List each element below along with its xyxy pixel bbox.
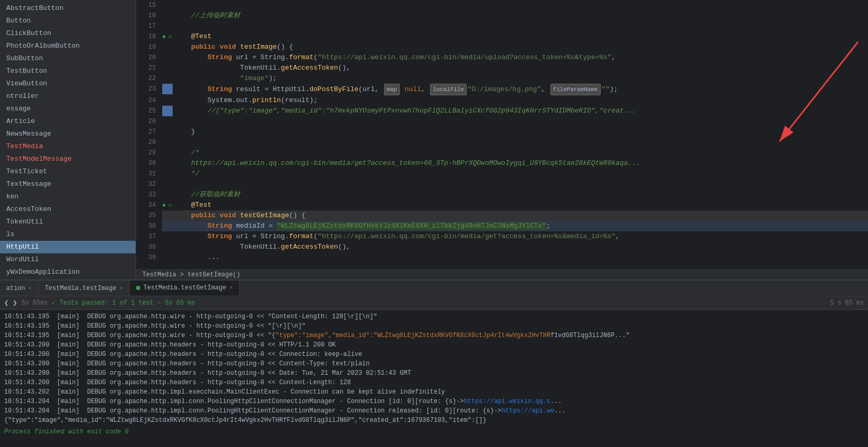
line-num-33: 33 bbox=[136, 189, 162, 200]
line-num-23: 23 bbox=[136, 84, 162, 95]
line-num-29: 29 bbox=[136, 148, 162, 158]
line-num-36: 36 bbox=[136, 221, 162, 231]
sidebar-item-ywxdemoapplication[interactable]: yWxDemoApplication bbox=[0, 266, 136, 278]
line-num-21: 21 bbox=[136, 63, 162, 73]
gutter-18: ◆ ▷ bbox=[162, 31, 173, 42]
gutter-38 bbox=[162, 242, 173, 252]
bottom-panel: ation × TestMedia.testImage × TestMedia.… bbox=[0, 280, 868, 447]
line-content-22: "image"); bbox=[173, 73, 868, 84]
code-line-26: 26 bbox=[136, 116, 868, 127]
line-num-15: 15 bbox=[136, 0, 162, 10]
bottom-tab-ation[interactable]: ation × bbox=[0, 281, 39, 296]
sidebar-item-testmedia[interactable]: TestMedia bbox=[0, 140, 136, 153]
code-line-20: 20 String url = String.format("https://a… bbox=[136, 52, 868, 63]
console-line-12: {"type":"image","media_id":"WLZtwg8LEjKZ… bbox=[4, 416, 864, 425]
line-num-19: 19 bbox=[136, 42, 162, 52]
sidebar-item-viewbutton[interactable]: ViewButton bbox=[0, 77, 136, 90]
code-area: 15 16 //上传临时素材 17 bbox=[136, 0, 868, 280]
line-content-33: //获取临时素材 bbox=[173, 189, 868, 200]
sidebar-item-ken[interactable]: ken bbox=[0, 191, 136, 203]
bottom-tab-testimage-close[interactable]: × bbox=[119, 285, 123, 292]
prev-arrow-btn[interactable]: ❮ bbox=[4, 298, 8, 307]
line-num-25: 25 bbox=[136, 106, 162, 116]
line-content-16: //上传临时素材 bbox=[173, 10, 868, 21]
sidebar-item-testticket[interactable]: TestTicket bbox=[0, 165, 136, 178]
gutter-21 bbox=[162, 63, 173, 73]
sidebar: AbstractButton Button ClickButton PhotoO… bbox=[0, 0, 136, 280]
sidebar-item-ntroller[interactable]: ntroller bbox=[0, 90, 136, 103]
gutter-26 bbox=[162, 116, 173, 127]
line-content-34: @Test bbox=[173, 200, 868, 210]
sidebar-item-essage[interactable]: essage bbox=[0, 103, 136, 115]
line-content-29: /* bbox=[173, 148, 868, 158]
green-dot-icon bbox=[136, 286, 140, 290]
console-line-1: 10:51:43.195 [main] DEBUG org.apache.htt… bbox=[4, 312, 864, 321]
console-line-9: 10:51:43.202 [main] DEBUG org.apache.htt… bbox=[4, 387, 864, 397]
sidebar-item-httputil[interactable]: HttpUtil bbox=[0, 241, 136, 253]
line-num-34: 34 bbox=[136, 200, 162, 210]
line-content-35: public void testGetImage() { bbox=[173, 210, 868, 221]
code-line-39: 39 ... bbox=[136, 252, 868, 263]
console-line-8: 10:51:43.200 [main] DEBUG org.apache.htt… bbox=[4, 378, 864, 387]
console-line-4: 10:51:43.200 [main] DEBUG org.apache.htt… bbox=[4, 340, 864, 350]
line-num-18: 18 bbox=[136, 31, 162, 42]
bottom-tab-testimage[interactable]: TestMedia.testImage × bbox=[39, 281, 130, 296]
gutter-28 bbox=[162, 137, 173, 148]
code-line-36: 36 String mediaId = "WLZtwg8LEjKZstdxRKV… bbox=[136, 221, 868, 231]
code-line-29: 29 /* bbox=[136, 148, 868, 158]
sidebar-item-clickbutton[interactable]: ClickButton bbox=[0, 27, 136, 40]
gutter-22 bbox=[162, 73, 173, 84]
sidebar-item-tokenutil[interactable]: TokenUtil bbox=[0, 216, 136, 228]
line-num-32: 32 bbox=[136, 179, 162, 189]
console-line-10: 10:51:43.204 [main] DEBUG org.apache.htt… bbox=[4, 397, 864, 406]
bottom-toolbar: ❮ ❯ 5s 65ms ✓ Tests passed: 1 of 1 test … bbox=[0, 296, 868, 310]
code-line-33: 33 //获取临时素材 bbox=[136, 189, 868, 200]
sidebar-item-abstractbutton[interactable]: AbstractButton bbox=[0, 2, 136, 15]
sidebar-item-testbutton[interactable]: TestButton bbox=[0, 65, 136, 77]
line-num-26: 26 bbox=[136, 116, 162, 127]
gutter-25 bbox=[162, 106, 173, 116]
bottom-tab-testgetimage[interactable]: TestMedia.testGetImage × bbox=[130, 281, 240, 296]
console-output[interactable]: 10:51:43.195 [main] DEBUG org.apache.htt… bbox=[0, 310, 868, 447]
code-line-35: 35 public void testGetImage() { bbox=[136, 210, 868, 221]
code-line-34: 34 ◆ ▷ @Test bbox=[136, 200, 868, 210]
line-num-27: 27 bbox=[136, 127, 162, 137]
time-label-1: 5s 65ms bbox=[21, 299, 48, 307]
bottom-tab-testgetimage-close[interactable]: × bbox=[230, 285, 233, 291]
next-arrow-btn[interactable]: ❯ bbox=[13, 298, 17, 307]
gutter-37 bbox=[162, 231, 173, 242]
sidebar-item-testmodelmessage[interactable]: TestModelMessage bbox=[0, 153, 136, 165]
sidebar-item-newsmessage[interactable]: NewsMessage bbox=[0, 128, 136, 140]
sidebar-item-wordutil[interactable]: WordUtil bbox=[0, 253, 136, 266]
main-area: AbstractButton Button ClickButton PhotoO… bbox=[0, 0, 868, 280]
gutter-29 bbox=[162, 148, 173, 158]
sidebar-item-subbutton[interactable]: SubButton bbox=[0, 52, 136, 65]
line-num-16: 16 bbox=[136, 10, 162, 21]
sidebar-item-photobutton[interactable]: PhotoOrAlbumButton bbox=[0, 40, 136, 52]
sidebar-item-accesstoken[interactable]: AccessToken bbox=[0, 203, 136, 216]
bottom-tab-ation-close[interactable]: × bbox=[28, 285, 32, 292]
line-num-17: 17 bbox=[136, 21, 162, 31]
code-line-31: 31 */ bbox=[136, 169, 868, 179]
code-line-17: 17 bbox=[136, 21, 868, 31]
console-line-3: 10:51:43.195 [main] DEBUG org.apache.htt… bbox=[4, 331, 864, 340]
gutter-34: ◆ ▷ bbox=[162, 200, 173, 210]
line-content-19: public void testImage() { bbox=[173, 42, 868, 52]
sidebar-item-button[interactable]: Button bbox=[0, 15, 136, 27]
code-line-22: 22 "image"); bbox=[136, 73, 868, 84]
sidebar-item-textmessage[interactable]: TextMessage bbox=[0, 178, 136, 191]
sidebar-item-article[interactable]: Article bbox=[0, 115, 136, 128]
line-content-30: https://api.weixin.qq.com/cgi-bin/media/… bbox=[173, 158, 868, 169]
line-content-17 bbox=[173, 21, 868, 31]
time-label-2: 5 s 65 ms bbox=[830, 299, 864, 307]
code-scroll[interactable]: 15 16 //上传临时素材 17 bbox=[136, 0, 868, 280]
line-num-24: 24 bbox=[136, 95, 162, 106]
line-content-21: TokenUtil.getAccessToken(), bbox=[173, 63, 868, 73]
line-content-39: ... bbox=[173, 252, 868, 263]
console-line-11: 10:51:43.204 [main] DEBUG org.apache.htt… bbox=[4, 406, 864, 416]
bottom-tab-testgetimage-label: TestMedia.testGetImage bbox=[143, 284, 226, 292]
line-num-31: 31 bbox=[136, 169, 162, 179]
code-line-18: 18 ◆ ▷ @Test bbox=[136, 31, 868, 42]
sidebar-item-ls[interactable]: ls bbox=[0, 228, 136, 241]
code-line-28: 28 bbox=[136, 137, 868, 148]
